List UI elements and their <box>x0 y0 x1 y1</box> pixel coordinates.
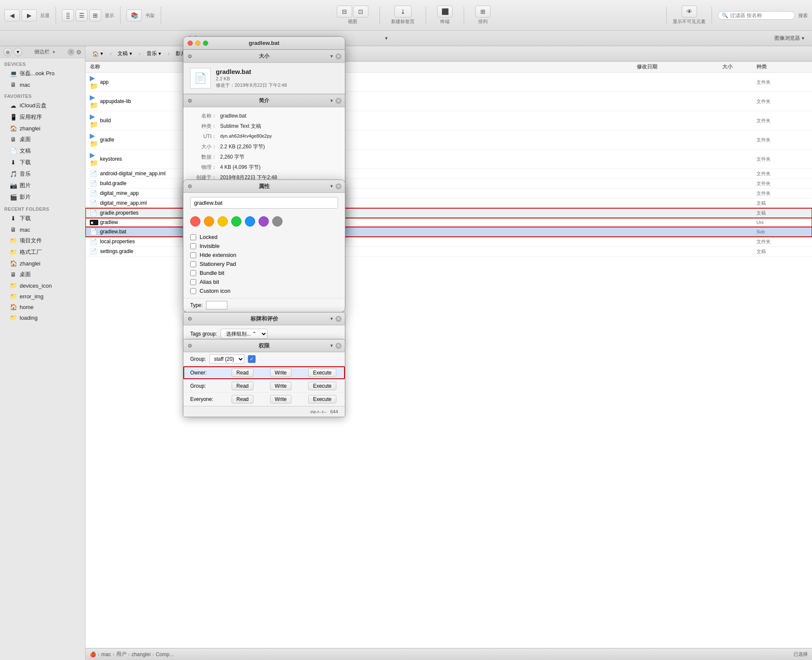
hide-ext-checkbox[interactable] <box>190 252 196 258</box>
color-dot-gray[interactable] <box>272 216 282 227</box>
back-button[interactable]: ◀ <box>4 9 20 21</box>
tags-gear-icon[interactable]: ⚙ <box>188 316 192 322</box>
sidebar-item-movies[interactable]: 🎬 影片 <box>2 192 83 203</box>
view-btn-1[interactable]: ⣿ <box>62 9 74 21</box>
checkbox-alias[interactable]: Alias bit <box>190 277 338 286</box>
sidebar-item-icloud[interactable]: ☁ iCloud云盘 <box>2 100 83 111</box>
everyone-execute-btn[interactable]: Execute <box>308 395 336 404</box>
everyone-read-btn[interactable]: Read <box>232 395 253 404</box>
sidebar-item-docs[interactable]: 📄 文稿 <box>2 145 83 156</box>
checkbox-bundle[interactable]: Bundle bit <box>190 268 338 277</box>
group-execute-btn[interactable]: Execute <box>308 382 336 390</box>
checkbox-stationery[interactable]: Stationery Pad <box>190 259 338 268</box>
everyone-write-btn[interactable]: Write <box>270 395 291 404</box>
forward-button[interactable]: ▶ <box>21 9 37 21</box>
section-gear-icon[interactable]: ⚙ <box>188 53 192 59</box>
attr-filename-input[interactable] <box>190 197 338 209</box>
checkbox-custom-icon[interactable]: Custom icon <box>190 286 338 295</box>
view-btn-3[interactable]: ⊞ <box>89 9 101 21</box>
sidebar-item-photos[interactable]: 📷 图片 <box>2 180 83 191</box>
breadcrumb-mac[interactable]: mac <box>101 651 111 657</box>
sidebar-item-home[interactable]: 🏠 home <box>2 302 83 312</box>
sidebar-item-error-img[interactable]: 📁 error_img <box>2 291 83 301</box>
color-dot-orange[interactable] <box>204 216 214 227</box>
sidebar-item-format-factory[interactable]: 📁 格式工厂 <box>2 247 83 258</box>
sidebar-label-btn[interactable]: ◎ <box>3 48 12 56</box>
sidebar-item-macbook[interactable]: 💻 张磊...ook Pro <box>2 68 83 79</box>
close-button[interactable] <box>188 41 193 46</box>
color-dot-purple[interactable] <box>259 216 269 227</box>
show-hidden-btn[interactable]: 👁 <box>682 6 697 18</box>
attr-gear-icon[interactable]: ⚙ <box>188 183 192 189</box>
col-header-size[interactable]: 大小 <box>722 63 756 71</box>
section-close-icon[interactable]: ✕ <box>335 53 341 59</box>
checkbox-invisible[interactable]: Invisible <box>190 242 338 250</box>
color-dot-red[interactable] <box>190 216 200 227</box>
col-header-name[interactable]: 名称 <box>90 63 637 71</box>
sidebar-item-recent-desktop[interactable]: 🖥 桌面 <box>2 269 83 280</box>
sidebar-item-downloads[interactable]: ⬇ 下载 <box>2 157 83 168</box>
sidebar-item-mac[interactable]: 🖥 mac <box>2 80 83 90</box>
sidebar-settings-btn[interactable]: ▼ <box>14 48 22 56</box>
col-header-kind[interactable]: 种类 <box>756 63 808 71</box>
size-section-header[interactable]: ⚙ 大小 ▼ ✕ <box>183 50 345 63</box>
sidebar-item-desktop[interactable]: 🖥 桌面 <box>2 134 83 145</box>
alias-checkbox[interactable] <box>190 279 196 285</box>
bundle-checkbox[interactable] <box>190 270 196 276</box>
breadcrumb-zhanglei[interactable]: zhanglei <box>132 651 151 657</box>
group-read-btn[interactable]: Read <box>232 382 253 390</box>
maximize-button[interactable] <box>203 41 208 46</box>
col-header-date[interactable]: 修改日期 <box>637 63 722 71</box>
sidebar-item-loading[interactable]: 📁 loading <box>2 312 83 323</box>
sidebar-item-project-files[interactable]: 📁 项目文件 <box>2 235 83 246</box>
checkbox-locked[interactable]: Locked <box>190 233 338 242</box>
perm-gear-icon[interactable]: ⚙ <box>188 343 192 349</box>
search-box[interactable]: 🔍 <box>718 11 795 20</box>
locked-checkbox[interactable] <box>190 234 196 240</box>
sort-button[interactable]: ⊞ <box>475 6 491 18</box>
custom-icon-checkbox[interactable] <box>190 288 196 294</box>
sidebar-item-zhanglei[interactable]: 🏠 zhanglei <box>2 123 83 133</box>
group-dropdown-select[interactable]: staff (20) <box>209 354 244 364</box>
tags-group-select[interactable]: 选择组别... ⌃ <box>221 329 268 339</box>
view-opt-btn[interactable]: ⊟ <box>337 6 352 18</box>
breadcrumb-user[interactable]: 用户 <box>116 651 127 658</box>
sidebar-item-recent-zhanglei[interactable]: 🏠 zhanglei <box>2 258 83 268</box>
owner-execute-btn[interactable]: Execute <box>308 368 336 377</box>
basic-close-icon[interactable]: ✕ <box>335 98 341 104</box>
invisible-checkbox[interactable] <box>190 243 196 249</box>
minimize-button[interactable] <box>195 41 200 46</box>
view-opt-btn2[interactable]: ⊡ <box>353 6 368 18</box>
sidebar-item-apps[interactable]: 📱 应用程序 <box>2 112 83 123</box>
sidebar-settings-icon2[interactable]: ⚙ <box>76 49 82 56</box>
tags-close-btn[interactable]: ✕ <box>335 316 341 322</box>
group-write-btn[interactable]: Write <box>270 382 291 390</box>
shelf-btn-1[interactable]: 📚 <box>127 9 142 21</box>
owner-write-btn[interactable]: Write <box>270 368 291 377</box>
sidebar-item-music[interactable]: 🎵 音乐 <box>2 168 83 180</box>
basic-gear-icon[interactable]: ⚙ <box>188 98 192 104</box>
color-dot-blue[interactable] <box>245 216 255 227</box>
sidebar-item-recent-mac[interactable]: 🖥 mac <box>2 224 83 235</box>
home-nav-btn[interactable]: 🏠 ▼ <box>90 50 106 58</box>
search-input[interactable] <box>730 12 790 18</box>
breadcrumb-comp[interactable]: Comp... <box>156 651 174 657</box>
docs-nav-btn[interactable]: 文稿 ▼ <box>115 49 135 58</box>
basic-section-header[interactable]: ⚙ 简介 ▼ ✕ <box>183 94 345 107</box>
view-btn-2[interactable]: ☰ <box>76 9 88 21</box>
color-dot-yellow[interactable] <box>218 216 228 227</box>
color-dot-green[interactable] <box>231 216 241 227</box>
owner-read-btn[interactable]: Read <box>232 368 253 377</box>
perm-close-btn[interactable]: ✕ <box>335 343 341 349</box>
sidebar-item-devices-icon[interactable]: 📁 devices_icon <box>2 280 83 291</box>
music-nav-btn[interactable]: 音乐 ▼ <box>144 49 165 58</box>
checkbox-hide-ext[interactable]: Hide extension <box>190 250 338 259</box>
sidebar-close-icon[interactable]: ✕ <box>68 49 74 56</box>
image-browser-btn[interactable]: 图像浏览器 ▼ <box>772 34 808 43</box>
terminal-button[interactable]: ⬛ <box>437 6 453 18</box>
attr-close-btn[interactable]: ✕ <box>335 183 341 189</box>
type-input-box[interactable] <box>206 301 227 309</box>
sidebar-item-recent-downloads[interactable]: ⬇ 下载 <box>2 213 83 224</box>
new-tab-button[interactable]: ⤓ <box>394 6 412 18</box>
stationery-checkbox[interactable] <box>190 261 196 267</box>
